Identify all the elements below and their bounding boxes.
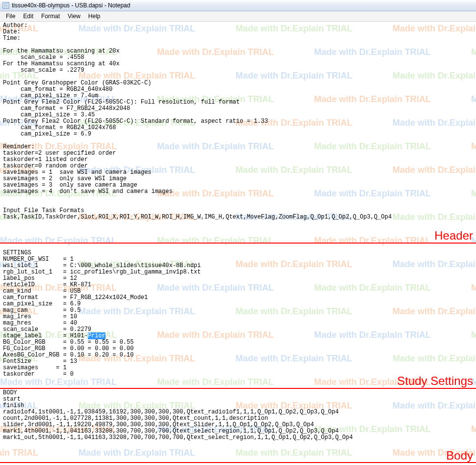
watermark-text: Made with Dr.Explain TRIAL: [236, 448, 352, 458]
watermark-text: Made with Dr.Explain TRIAL: [471, 283, 476, 293]
watermark-text: Made with Dr.Explain TRIAL: [236, 354, 352, 364]
watermark-text: Made with Dr.Explain TRIAL: [393, 306, 476, 317]
menu-view[interactable]: View: [64, 12, 84, 21]
header-text: Author: Date: Time: For the Hamamatsu sc…: [3, 22, 392, 220]
watermark-text: Made with Dr.Explain TRIAL: [393, 401, 476, 411]
notepad-icon: [2, 1, 10, 9]
menu-file[interactable]: File: [2, 12, 19, 21]
body-divider: [0, 462, 476, 463]
menu-format[interactable]: Format: [37, 12, 64, 21]
settings-text-post: BG_Color_RGB = 0.55 = 0.55 = 0.55 FG_Col…: [3, 339, 133, 378]
selected-text: Prior: [88, 332, 106, 339]
watermark-text: Made with Dr.Explain TRIAL: [393, 259, 476, 270]
body-label: Body: [446, 449, 473, 463]
watermark-text: Made with Dr.Explain TRIAL: [471, 330, 476, 340]
watermark-text: Made with Dr.Explain TRIAL: [157, 377, 274, 387]
watermark-text: Made with Dr.Explain TRIAL: [236, 306, 352, 317]
watermark-text: Made with Dr.Explain TRIAL: [314, 236, 431, 246]
window-titlebar: tissue40x-8B-olympus - USB.dapsi - Notep…: [0, 0, 476, 11]
watermark-text: Made with Dr.Explain TRIAL: [471, 424, 476, 435]
watermark-text: Made with Dr.Explain TRIAL: [393, 354, 476, 364]
settings-content[interactable]: SETTINGS NUMBER_OF_WSI = 1 wsi_slot_1 = …: [0, 243, 201, 378]
watermark-text: Made with Dr.Explain TRIAL: [314, 330, 431, 340]
settings-text-pre: SETTINGS NUMBER_OF_WSI = 1 wsi_slot_1 = …: [3, 249, 201, 339]
settings-label: Study Settings: [397, 374, 473, 388]
watermark-text: Made with Dr.Explain TRIAL: [0, 377, 117, 387]
menu-help[interactable]: Help: [84, 12, 105, 21]
watermark-text: Made with Dr.Explain TRIAL: [79, 448, 195, 458]
watermark-text: Made with Dr.Explain TRIAL: [314, 283, 431, 293]
watermark-text: Made with Dr.Explain TRIAL: [236, 259, 352, 270]
menu-edit[interactable]: Edit: [19, 12, 37, 21]
watermark-text: Made with Dr.Explain TRIAL: [0, 448, 38, 458]
header-label: Header: [434, 229, 473, 243]
menu-bar: File Edit Format View Help: [0, 11, 476, 22]
window-title: tissue40x-8B-olympus - USB.dapsi - Notep…: [12, 2, 130, 9]
editor-content[interactable]: Author: Date: Time: For the Hamamatsu sc…: [0, 22, 476, 220]
body-content[interactable]: BODY start finish radio1of4,1st0001,-1,1…: [0, 389, 353, 441]
body-text: BODY start finish radio1of4,1st0001,-1,1…: [3, 389, 353, 441]
